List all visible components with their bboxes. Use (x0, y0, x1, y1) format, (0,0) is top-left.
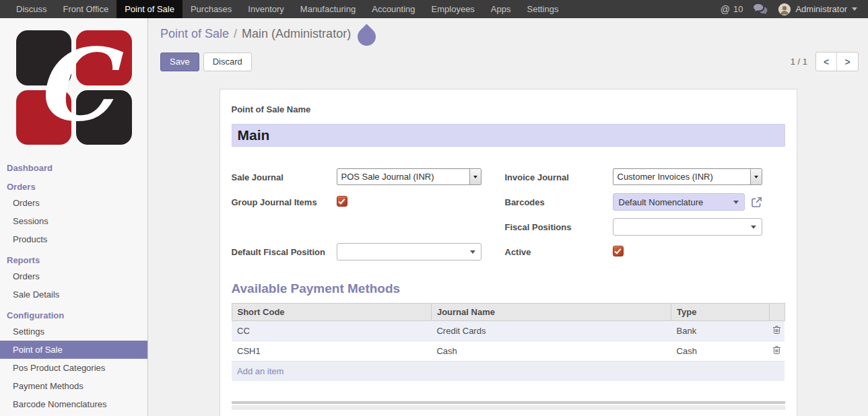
nav-item-manufacturing[interactable]: Manufacturing (292, 0, 364, 18)
cell-type[interactable]: Cash (671, 341, 770, 361)
trash-icon (772, 345, 781, 355)
add-item-link[interactable]: Add an item (232, 361, 784, 382)
form-spacer (232, 218, 505, 243)
chevron-down-icon (852, 7, 857, 11)
barcodes-label: Barcodes (505, 193, 613, 208)
sidebar-item-orders[interactable]: Orders (0, 194, 147, 212)
pos-name-input[interactable]: Main (232, 124, 785, 147)
table-row[interactable]: CC Credit Cards Bank (232, 321, 784, 341)
table-row[interactable]: CSH1 Cash Cash (232, 341, 784, 361)
mentions-counter[interactable]: @ 10 (721, 4, 743, 15)
form-fields: Sale Journal POS Sale Journal (INR) Grou… (232, 168, 785, 268)
content-area: Point of Sale / Main (Administrator) Sav… (148, 18, 868, 416)
nav-item-accounting[interactable]: Accounting (364, 0, 423, 18)
sidebar-section-reports[interactable]: Reports (0, 253, 147, 267)
horizontal-scrollbar (232, 401, 785, 410)
default-fiscal-position-label: Default Fiscal Position (232, 243, 337, 258)
chevron-down-icon (733, 201, 739, 204)
form-sheet: Point of Sale Name Main Sale Journal POS… (220, 89, 797, 416)
cell-short-code[interactable]: CC (232, 321, 431, 341)
chevron-down-icon (470, 250, 475, 254)
payment-methods-table: Short Code Journal Name Type CC Credit C… (232, 303, 785, 381)
sidebar-section-orders[interactable]: Orders (0, 180, 147, 194)
nav-item-discuss[interactable]: Discuss (8, 0, 55, 18)
sidebar-item-settings[interactable]: Settings (0, 322, 147, 341)
user-menu[interactable]: Administrator (778, 3, 857, 15)
check-icon (338, 198, 345, 205)
pager-previous-button[interactable]: < (816, 53, 837, 71)
nav-item-purchases[interactable]: Purchases (182, 0, 240, 18)
sidebar-item-products[interactable]: Products (0, 230, 147, 248)
sidebar-section-dashboard[interactable]: Dashboard (0, 161, 147, 175)
trash-icon (772, 325, 781, 335)
sidebar-item-payment-methods[interactable]: Payment Methods (0, 377, 147, 395)
pager: 1 / 1 < > (791, 52, 859, 71)
user-avatar (778, 3, 791, 15)
breadcrumb-parent[interactable]: Point of Sale (160, 27, 229, 41)
sidebar-item-pos-product-categories[interactable]: Pos Product Categories (0, 359, 147, 377)
nav-item-inventory[interactable]: Inventory (240, 0, 292, 18)
sidebar-item-sale-details[interactable]: Sale Details (0, 285, 147, 304)
user-name: Administrator (795, 4, 847, 14)
breadcrumb-separator: / (234, 27, 237, 41)
invoice-journal-select[interactable]: Customer Invoices (INR) (613, 168, 762, 185)
payment-methods-title: Available Payment Methods (232, 281, 785, 296)
delete-row-button[interactable] (770, 341, 784, 361)
column-header-short-code: Short Code (232, 304, 431, 321)
breadcrumb-current: Main (Administrator) (242, 27, 351, 41)
discard-button[interactable]: Discard (203, 53, 252, 71)
group-journal-items-label: Group Journal Items (232, 193, 337, 208)
control-panel: Save Discard 1 / 1 < > (160, 52, 859, 71)
pos-name-label: Point of Sale Name (232, 104, 785, 114)
barcodes-combo[interactable]: Default Nomenclature (613, 193, 745, 211)
mentions-count: 10 (733, 4, 743, 14)
main-menu: Discuss Front Office Point of Sale Purch… (8, 0, 566, 18)
sidebar-item-barcode-nomenclatures[interactable]: Barcode Nomenclatures (0, 395, 147, 413)
scrollbar-thumb[interactable] (232, 401, 785, 404)
nav-item-point-of-sale[interactable]: Point of Sale (116, 0, 182, 18)
check-icon (614, 248, 622, 254)
nav-item-apps[interactable]: Apps (483, 0, 519, 18)
logo-letter-c: C (16, 30, 132, 145)
active-label: Active (505, 243, 613, 258)
sale-journal-select[interactable]: POS Sale Journal (INR) (337, 168, 481, 185)
cell-type[interactable]: Bank (671, 321, 770, 341)
cell-short-code[interactable]: CSH1 (232, 341, 431, 361)
select-arrow-icon (469, 169, 481, 184)
column-header-actions (770, 304, 784, 321)
nav-item-employees[interactable]: Employees (424, 0, 483, 18)
cell-journal-name[interactable]: Cash (431, 341, 671, 361)
pager-counter: 1 / 1 (791, 57, 807, 67)
scrollbar-track[interactable] (232, 405, 785, 410)
top-nav: Discuss Front Office Point of Sale Purch… (0, 0, 868, 18)
breadcrumb: Point of Sale / Main (Administrator) (160, 27, 859, 46)
active-checkbox[interactable] (613, 246, 624, 256)
messages-icon[interactable] (754, 4, 768, 14)
invoice-journal-label: Invoice Journal (505, 168, 613, 183)
add-item-row[interactable]: Add an item (232, 361, 784, 382)
delete-row-button[interactable] (770, 321, 784, 341)
column-header-journal-name: Journal Name (431, 304, 671, 321)
default-fiscal-position-combo[interactable] (337, 243, 481, 261)
fiscal-positions-combo[interactable] (613, 218, 762, 236)
nav-item-settings[interactable]: Settings (519, 0, 567, 18)
external-link-icon[interactable] (751, 197, 762, 208)
sale-journal-label: Sale Journal (232, 168, 337, 183)
select-arrow-icon (750, 169, 762, 184)
sidebar-item-point-of-sale[interactable]: Point of Sale (0, 341, 147, 359)
sidebar-menu: Dashboard Orders Orders Sessions Product… (0, 161, 147, 416)
sidebar-item-sessions[interactable]: Sessions (0, 212, 147, 230)
sidebar-item-reports-orders[interactable]: Orders (0, 267, 147, 285)
sidebar: C Dashboard Orders Orders Sessions Produ… (0, 18, 148, 416)
sidebar-section-configuration[interactable]: Configuration (0, 308, 147, 322)
company-logo: C (16, 30, 132, 145)
nav-item-front-office[interactable]: Front Office (55, 0, 117, 18)
drop-icon (354, 24, 380, 49)
sidebar-item-mercury-configurations[interactable]: Mercury Configurations (0, 413, 147, 416)
pager-next-button[interactable]: > (837, 53, 858, 71)
at-icon: @ (721, 4, 730, 15)
group-journal-items-checkbox[interactable] (337, 196, 347, 207)
save-button[interactable]: Save (160, 53, 199, 71)
cell-journal-name[interactable]: Credit Cards (431, 321, 671, 341)
chevron-down-icon (751, 226, 756, 229)
